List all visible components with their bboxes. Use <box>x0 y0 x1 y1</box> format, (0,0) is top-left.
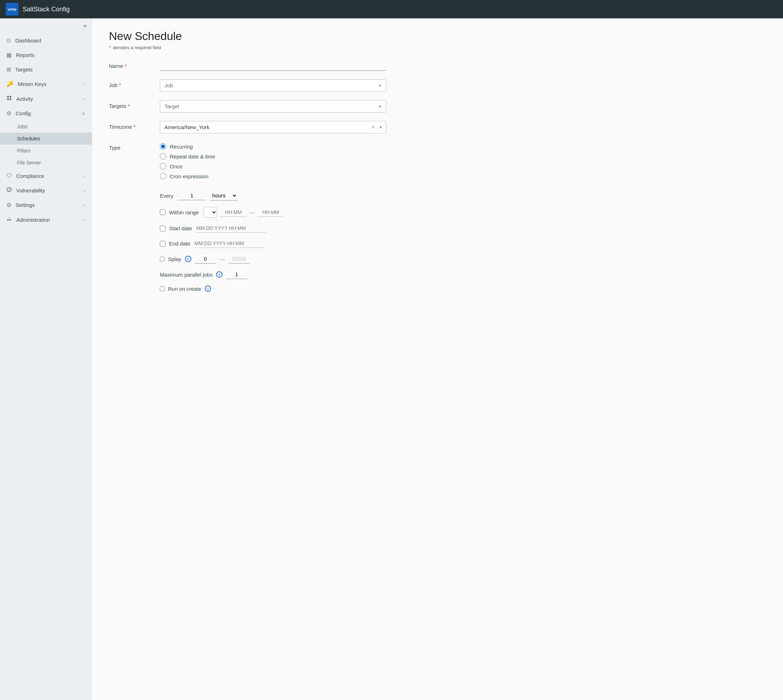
radio-recurring-label: Recurring <box>170 143 193 150</box>
splay-checkbox[interactable] <box>160 257 165 262</box>
sidebar-subitem-file-server[interactable]: File Server <box>0 157 92 169</box>
range-type-select[interactable] <box>204 207 217 218</box>
start-date-label: Start date <box>169 225 192 231</box>
sidebar-item-targets[interactable]: ⊞ Targets <box>0 62 92 77</box>
range-end-time[interactable] <box>257 208 284 217</box>
run-on-create-checkbox[interactable] <box>160 287 165 291</box>
required-asterisk: * <box>109 45 111 50</box>
config-icon: ⚙ <box>7 110 11 117</box>
targets-select-wrapper: Target <box>160 100 386 112</box>
sidebar-item-label: Config <box>15 110 77 117</box>
timezone-input[interactable] <box>160 121 386 133</box>
sidebar-subitem-pillars[interactable]: Pillars <box>0 145 92 157</box>
within-range-checkbox[interactable] <box>160 209 165 215</box>
name-label: Name * <box>109 60 152 69</box>
sidebar-item-label: Targets <box>15 67 85 73</box>
settings-icon: ⚙ <box>7 202 11 208</box>
activity-icon <box>7 95 12 102</box>
sidebar-item-dashboard[interactable]: ⊙ Dashboard <box>0 33 92 48</box>
end-date-label: End date <box>169 240 190 247</box>
main-content: New Schedule * denotes a required field … <box>92 18 783 700</box>
splay-dash: — <box>220 256 225 262</box>
every-unit-select[interactable]: hours minutes days weeks <box>210 191 237 200</box>
radio-cron-input[interactable] <box>160 173 166 179</box>
sidebar-item-config[interactable]: ⚙ Config ∨ <box>0 106 92 121</box>
range-start-time[interactable] <box>220 208 247 217</box>
splay-info-icon[interactable]: i <box>185 256 192 262</box>
sidebar-subitem-jobs[interactable]: Jobs <box>0 121 92 133</box>
run-on-create-info-icon[interactable]: i <box>205 285 211 292</box>
administration-icon <box>7 216 12 223</box>
sidebar-subitem-schedules[interactable]: Schedules <box>0 133 92 145</box>
page-title: New Schedule <box>109 30 766 43</box>
radio-cron[interactable]: Cron expression <box>160 173 386 179</box>
job-label: Job * <box>109 79 152 88</box>
radio-repeat[interactable]: Repeat date & time <box>160 153 386 160</box>
run-on-create-row: Run on create i <box>160 285 386 292</box>
timezone-control-area: × ▼ <box>160 121 386 133</box>
radio-repeat-input[interactable] <box>160 153 166 160</box>
sidebar-item-label: Compliance <box>16 173 80 179</box>
targets-label: Targets * <box>109 100 152 109</box>
range-dash: — <box>249 209 255 215</box>
within-range-row: Within range — <box>160 207 386 218</box>
parallel-row: Maximum parallel jobs i <box>160 270 386 279</box>
job-control-area: Job <box>160 79 386 92</box>
type-row: Type Recurring Repeat date & time Once <box>109 142 766 179</box>
chevron-right-icon: › <box>84 188 85 193</box>
parallel-value-input[interactable] <box>226 270 247 279</box>
name-row: Name * <box>109 60 766 71</box>
sidebar-collapse-button[interactable]: « <box>83 23 87 29</box>
splay-row: Splay i — <box>160 254 386 263</box>
sidebar-item-vulnerability[interactable]: Vulnerability › <box>0 183 92 198</box>
timezone-clear-button[interactable]: × <box>372 124 375 130</box>
chevron-right-icon: › <box>84 202 85 208</box>
type-control-area: Recurring Repeat date & time Once Cron e… <box>160 142 386 179</box>
every-row: Every hours minutes days weeks <box>160 191 386 200</box>
sidebar: « ⊙ Dashboard ▦ Reports ⊞ Targets 🔑 Mini… <box>0 18 92 700</box>
chevron-right-icon: › <box>84 173 85 178</box>
targets-select[interactable]: Target <box>160 100 386 112</box>
start-date-checkbox[interactable] <box>160 226 165 231</box>
start-date-row: Start date <box>160 224 386 233</box>
sidebar-item-administration[interactable]: Administration › <box>0 212 92 227</box>
minion-keys-icon: 🔑 <box>7 81 13 87</box>
radio-once[interactable]: Once <box>160 163 386 170</box>
radio-once-input[interactable] <box>160 163 166 170</box>
job-select[interactable]: Job <box>160 79 386 92</box>
targets-icon: ⊞ <box>7 66 11 73</box>
svg-rect-0 <box>7 96 9 98</box>
splay-value-input[interactable] <box>195 254 216 263</box>
name-input[interactable] <box>160 60 386 71</box>
end-date-input[interactable] <box>194 239 265 248</box>
sidebar-item-compliance[interactable]: 🛡 Compliance › <box>0 169 92 183</box>
svg-rect-2 <box>7 98 9 100</box>
compliance-icon: 🛡 <box>7 173 12 179</box>
app-title: SaltStack Config <box>23 6 70 13</box>
schedule-options-area: Every hours minutes days weeks Within ra… <box>160 188 386 292</box>
range-inputs: — <box>204 207 284 218</box>
sidebar-item-reports[interactable]: ▦ Reports <box>0 48 92 62</box>
schedule-options-label <box>109 188 152 191</box>
parallel-info-icon[interactable]: i <box>216 271 222 278</box>
start-date-input[interactable] <box>196 224 266 233</box>
radio-recurring-input[interactable] <box>160 143 166 150</box>
app-header: vmw SaltStack Config <box>0 0 783 18</box>
sidebar-item-settings[interactable]: ⚙ Settings › <box>0 198 92 212</box>
end-date-checkbox[interactable] <box>160 241 165 247</box>
sidebar-item-minion-keys[interactable]: 🔑 Minion Keys › <box>0 77 92 91</box>
every-value-input[interactable] <box>178 191 206 200</box>
radio-repeat-label: Repeat date & time <box>170 153 215 160</box>
radio-once-label: Once <box>170 163 183 170</box>
parallel-label: Maximum parallel jobs <box>160 272 213 278</box>
job-select-wrapper: Job <box>160 79 386 92</box>
sidebar-item-activity[interactable]: Activity › <box>0 91 92 106</box>
sidebar-item-label: Reports <box>16 52 85 58</box>
sidebar-item-label: Administration <box>16 217 80 223</box>
radio-cron-label: Cron expression <box>170 173 208 179</box>
targets-control-area: Target <box>160 100 386 112</box>
splay-unit-input[interactable] <box>228 254 250 263</box>
sidebar-item-label: Activity <box>16 96 80 102</box>
splay-label: Splay <box>168 256 182 262</box>
radio-recurring[interactable]: Recurring <box>160 143 386 150</box>
